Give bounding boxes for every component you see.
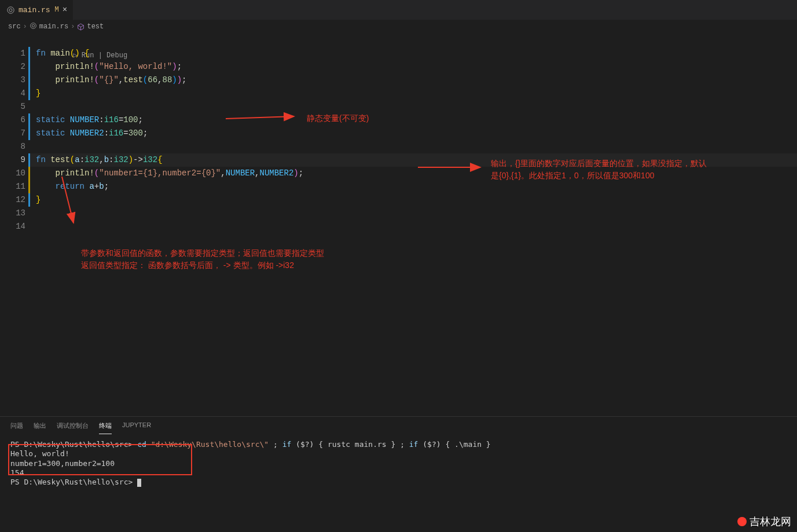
close-icon[interactable]: ×	[63, 5, 67, 14]
code-area[interactable]: ▷ Run | Debug fn main() { println!("Hell…	[36, 33, 797, 415]
terminal-cursor	[137, 479, 141, 487]
code-editor[interactable]: 1 2 3 4 5 6 7 8 9 10 11 12 13 14 ▷ Run |…	[0, 33, 797, 415]
tab-jupyter[interactable]: JUPYTER	[122, 421, 151, 434]
terminal-line: 154	[10, 468, 787, 478]
tab-output[interactable]: 输出	[34, 421, 46, 434]
terminal-line: PS D:\Wesky\Rust\hello\src>	[10, 478, 787, 487]
terminal-content[interactable]: PS D:\Wesky\Rust\hello\src> cd "d:\Wesky…	[0, 434, 797, 493]
rust-icon	[6, 5, 15, 14]
rust-icon	[30, 22, 37, 32]
watermark-dot-icon	[737, 517, 747, 526]
tab-main-rs[interactable]: main.rs M ×	[0, 0, 74, 20]
chevron-right-icon: ›	[71, 23, 75, 31]
terminal-line: number1=300,number2=100	[10, 459, 787, 468]
svg-point-1	[9, 9, 12, 12]
watermark: 吉林龙网	[737, 515, 791, 529]
svg-point-0	[7, 6, 13, 13]
tab-modified-indicator: M	[55, 6, 59, 14]
tab-debug-console[interactable]: 调试控制台	[57, 421, 89, 434]
tab-terminal[interactable]: 终端	[99, 421, 112, 434]
tab-filename: main.rs	[19, 6, 50, 14]
terminal-line: PS D:\Wesky\Rust\hello\src> cd "d:\Wesky…	[10, 440, 787, 449]
tab-problems[interactable]: 问题	[10, 421, 23, 434]
annotation-function: 带参数和返回值的函数，参数需要指定类型；返回值也需要指定类型返回值类型指定： 函…	[81, 247, 324, 271]
terminal-line: Hello, world!	[10, 449, 787, 458]
symbol-function-icon	[77, 23, 85, 31]
bottom-panel: 问题 输出 调试控制台 终端 JUPYTER PS D:\Wesky\Rust\…	[0, 416, 797, 532]
panel-tabs: 问题 输出 调试控制台 终端 JUPYTER	[0, 417, 797, 434]
breadcrumb: src › main.rs › test	[0, 20, 797, 33]
svg-point-2	[30, 23, 36, 28]
breadcrumb-segment[interactable]: src	[8, 23, 21, 31]
svg-point-3	[32, 24, 34, 27]
chevron-right-icon: ›	[23, 23, 27, 31]
breadcrumb-segment[interactable]: test	[87, 23, 104, 31]
tab-bar: main.rs M ×	[0, 0, 797, 20]
breadcrumb-segment[interactable]: main.rs	[39, 23, 68, 31]
